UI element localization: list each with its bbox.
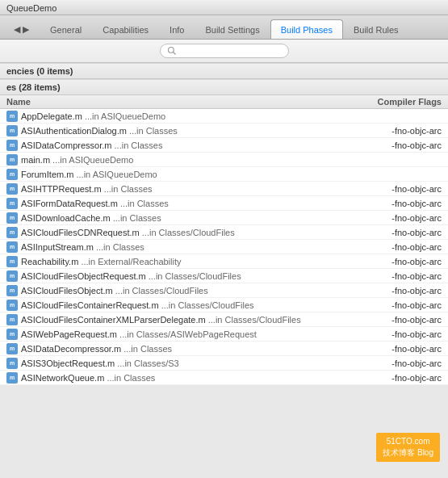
file-type-icon: m [6,372,18,384]
watermark-line2: 技术博客 Blog [383,447,433,459]
file-name-label: ASIHTTPRequest.m ...in Classes [21,184,385,194]
file-type-icon: m [6,125,18,136]
compiler-flags-label: -fno-objc-arc [385,329,442,339]
table-row[interactable]: mForumItem.m ...in ASIQueueDemo [0,167,448,182]
compiler-flags-label: -fno-objc-arc [385,300,442,310]
file-name-label: ASIDataCompressor.m ...in Classes [21,140,385,150]
file-type-icon: m [6,198,18,209]
file-type-icon: m [6,358,18,369]
compiler-flags-label: -fno-objc-arc [385,344,442,354]
search-icon [167,46,177,56]
file-name-label: ASIS3ObjectRequest.m ...in Classes/S3 [21,358,385,368]
tab-general[interactable]: General [40,19,92,39]
section-compile-sources: es (28 items) [0,79,448,95]
file-name-label: ASIDataDecompressor.m ...in Classes [21,344,385,354]
file-type-icon: m [6,256,18,267]
table-row[interactable]: mASICloudFilesObjectRequest.m ...in Clas… [0,269,448,283]
file-name-label: ASIAuthenticationDialog.m ...in Classes [21,126,385,136]
table-row[interactable]: mASIAuthenticationDialog.m ...in Classes… [0,124,448,138]
table-row[interactable]: mASINetworkQueue.m ...in Classes-fno-obj… [0,371,448,385]
file-type-icon: m [6,300,18,311]
table-row[interactable]: mReachability.m ...in External/Reachabil… [0,254,448,269]
compiler-flags-label: -fno-objc-arc [385,257,442,266]
file-name-label: ASIFormDataRequest.m ...in Classes [21,199,385,208]
compiler-flags-label: -fno-objc-arc [385,242,442,252]
table-row[interactable]: mASIDataDecompressor.m ...in Classes-fno… [0,342,448,356]
file-name-label: main.m ...in ASIQueueDemo [21,155,442,165]
table-row[interactable]: mASICloudFilesObject.m ...in Classes/Clo… [0,283,448,298]
compiler-flags-label: -fno-objc-arc [385,271,442,281]
compiler-flags-label: -fno-objc-arc [385,213,442,223]
window-title: QueueDemo [6,3,442,15]
compiler-flags-label: -fno-objc-arc [385,286,442,296]
file-name-label: ASICloudFilesCDNRequest.m ...in Classes/… [21,228,385,237]
file-name-label: ASICloudFilesContainerRequest.m ...in Cl… [21,300,385,310]
file-name-label: ASICloudFilesContainerXMLParserDelegate.… [21,315,385,325]
file-type-icon: m [6,227,18,238]
table-row[interactable]: mmain.m ...in ASIQueueDemo [0,153,448,167]
file-type-icon: m [6,169,18,180]
name-column-header: Name [6,97,31,107]
watermark: 51CTO.com 技术博客 Blog [376,433,440,462]
file-type-icon: m [6,140,18,151]
file-type-icon: m [6,270,18,282]
search-input[interactable] [180,46,282,56]
file-name-label: ASINetworkQueue.m ...in Classes [21,373,385,383]
table-row[interactable]: mASICloudFilesCDNRequest.m ...in Classes… [0,225,448,240]
table-row[interactable]: mASICloudFilesContainerRequest.m ...in C… [0,298,448,312]
compiler-flags-label: -fno-objc-arc [385,184,442,194]
file-name-label: AppDelegate.m ...in ASIQueueDemo [21,111,442,121]
tab-info[interactable]: Info [159,19,195,39]
compiler-flags-label: -fno-objc-arc [385,228,442,237]
file-list: mAppDelegate.m ...in ASIQueueDemomASIAut… [0,109,448,385]
compiler-flags-label: -fno-objc-arc [385,373,442,383]
table-row[interactable]: mASIDownloadCache.m ...in Classes-fno-ob… [0,211,448,225]
table-row[interactable]: mASIFormDataRequest.m ...in Classes-fno-… [0,196,448,211]
title-bar: QueueDemo [0,0,448,15]
file-type-icon: m [6,329,18,340]
table-row[interactable]: mASICloudFilesContainerXMLParserDelegate… [0,312,448,327]
compiler-flags-label: -fno-objc-arc [385,199,442,208]
tab-build-settings[interactable]: Build Settings [195,19,270,39]
table-row[interactable]: mASIWebPageRequest.m ...in Classes/ASIWe… [0,327,448,342]
compiler-flags-label: -fno-objc-arc [385,315,442,325]
file-type-icon: m [6,314,18,325]
file-type-icon: m [6,212,18,224]
table-row[interactable]: mAppDelegate.m ...in ASIQueueDemo [0,109,448,124]
tab-bar: ◀ ▶ General Capabilities Info Build Sett… [0,15,448,40]
table-row[interactable]: mASIS3ObjectRequest.m ...in Classes/S3-f… [0,356,448,371]
watermark-line1: 51CTO.com [383,436,433,447]
file-type-icon: m [6,154,18,166]
file-name-label: ASIInputStream.m ...in Classes [21,242,385,252]
file-type-icon: m [6,183,18,195]
search-input-wrap [160,44,289,58]
file-name-label: ForumItem.m ...in ASIQueueDemo [21,170,442,179]
file-type-icon: m [6,111,18,122]
file-name-label: ASICloudFilesObject.m ...in Classes/Clou… [21,286,385,296]
table-row[interactable]: mASIDataCompressor.m ...in Classes-fno-o… [0,138,448,153]
flags-column-header: Compiler Flags [378,97,442,107]
tab-build-rules[interactable]: Build Rules [343,19,409,39]
svg-point-0 [168,48,174,53]
file-name-label: ASICloudFilesObjectRequest.m ...in Class… [21,271,385,281]
tab-capabilities[interactable]: Capabilities [92,19,159,39]
compiler-flags-label: -fno-objc-arc [385,358,442,368]
file-type-icon: m [6,285,18,296]
file-name-label: ASIWebPageRequest.m ...in Classes/ASIWeb… [21,329,385,339]
tab-build-phases[interactable]: Build Phases [270,19,343,39]
tab-nav[interactable]: ◀ ▶ [3,19,40,39]
compiler-flags-label: -fno-objc-arc [385,126,442,136]
search-bar [0,40,448,63]
file-name-label: Reachability.m ...in External/Reachabili… [21,257,385,266]
list-header: Name Compiler Flags [0,95,448,109]
compiler-flags-label: -fno-objc-arc [385,140,442,150]
table-row[interactable]: mASIHTTPRequest.m ...in Classes-fno-objc… [0,182,448,196]
table-row[interactable]: mASIInputStream.m ...in Classes-fno-objc… [0,240,448,254]
svg-line-1 [173,52,175,55]
file-type-icon: m [6,241,18,253]
file-name-label: ASIDownloadCache.m ...in Classes [21,213,385,223]
section-encies: encies (0 items) [0,63,448,79]
file-type-icon: m [6,343,18,354]
